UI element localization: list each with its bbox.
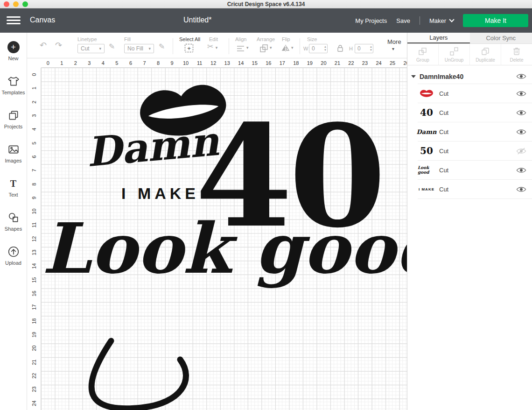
ruler-tick-label: 7: [138, 58, 152, 68]
ruler-tick-label: 20: [27, 341, 41, 355]
layer-row-40[interactable]: 40 Cut: [418, 103, 532, 122]
sidebar-item-templates[interactable]: Templates: [0, 75, 27, 109]
document-title[interactable]: Untitled*: [183, 16, 211, 24]
ruler-tick-label: 11: [193, 58, 207, 68]
ruler-tick-label: 15: [248, 58, 262, 68]
tab-color-sync[interactable]: Color Sync: [470, 33, 532, 43]
images-icon: [7, 143, 20, 156]
disclosure-triangle-icon[interactable]: [411, 75, 416, 78]
chevron-down-icon: ▾: [148, 46, 151, 51]
eye-off-icon[interactable]: [516, 148, 526, 155]
ruler-tick-label: 13: [27, 246, 41, 259]
artwork-text-look-good[interactable]: Look good: [42, 208, 407, 289]
tab-layers[interactable]: Layers: [407, 33, 470, 43]
ruler-tick-label: 17: [275, 58, 289, 68]
ruler-tick-label: 12: [27, 232, 41, 246]
sidebar-item-new[interactable]: + New: [0, 41, 27, 75]
flip-label: Flip: [282, 36, 290, 42]
arrange-icon[interactable]: [259, 44, 269, 53]
fill-label: Fill: [124, 36, 131, 42]
align-icon[interactable]: [236, 44, 245, 53]
sidebar-item-upload[interactable]: Upload: [0, 246, 27, 280]
canvas-region: 0123456789101112131415161718192021222324…: [27, 58, 407, 410]
artwork-text-i-make[interactable]: I MAKE: [121, 184, 199, 203]
select-all-icon[interactable]: +: [185, 44, 193, 52]
linetype-value: Cut: [81, 45, 90, 52]
machine-selector[interactable]: Maker: [429, 17, 454, 24]
app-header: Canvas Untitled* My Projects Save Maker …: [0, 8, 532, 33]
layer-row-lips[interactable]: Cut: [418, 84, 532, 103]
my-projects-link[interactable]: My Projects: [355, 17, 387, 24]
design-canvas[interactable]: Damn I MAKE 40 Look good: [41, 68, 407, 410]
eye-icon[interactable]: [516, 90, 526, 97]
chevron-down-icon: ▾: [270, 46, 272, 50]
ruler-tick-label: 17: [27, 300, 41, 314]
save-link[interactable]: Save: [396, 17, 410, 24]
delete-button[interactable]: Delete: [501, 44, 532, 65]
text-icon: T: [10, 177, 16, 190]
layer-thumbnail: Damn: [418, 128, 435, 135]
cricut-design-space-window: Cricut Design Space v6.4.134 Canvas Unti…: [0, 0, 532, 410]
operation-label: Cut: [439, 90, 448, 97]
sidebar-item-shapes[interactable]: Shapes: [0, 212, 27, 246]
ruler-tick-label: 9: [165, 58, 179, 68]
ruler-tick-label: 26: [399, 58, 407, 68]
eye-icon[interactable]: [516, 167, 526, 174]
ruler-tick-label: 19: [27, 328, 41, 341]
hamburger-menu-icon[interactable]: [7, 16, 21, 25]
sidebar-item-images[interactable]: Images: [0, 143, 27, 177]
action-label: UnGroup: [445, 57, 464, 63]
height-stepper[interactable]: ▲▼: [369, 44, 373, 53]
layer-row-damn[interactable]: Damn Cut: [418, 122, 532, 141]
ruler-tick-label: 22: [344, 58, 358, 68]
header-actions: My Projects Save Maker Make It: [355, 8, 528, 33]
linetype-select[interactable]: Cut ▾: [77, 44, 105, 53]
linetype-pen-icon[interactable]: ✎: [109, 43, 115, 50]
ruler-tick-label: 16: [262, 58, 276, 68]
layer-row-look-good[interactable]: Look good Cut: [418, 161, 532, 180]
ungroup-button[interactable]: UnGroup: [439, 44, 470, 65]
layer-thumbnail: 50: [418, 145, 435, 156]
group-button[interactable]: Group: [407, 44, 439, 65]
lips-thumbnail: [418, 89, 435, 98]
horizontal-ruler: 0123456789101112131415161718192021222324…: [41, 58, 407, 68]
ruler-tick-label: 24: [372, 58, 386, 68]
sidebar-item-projects[interactable]: Projects: [0, 109, 27, 143]
shapes-icon: [7, 212, 20, 224]
eye-icon[interactable]: [516, 109, 526, 116]
sidebar-item-text[interactable]: T Text: [0, 177, 27, 212]
chevron-down-icon[interactable]: ▾: [392, 47, 394, 51]
lock-icon[interactable]: [337, 44, 343, 52]
sidebar-item-label: Templates: [1, 90, 25, 95]
ruler-tick-label: 11: [27, 219, 41, 232]
layer-group-row[interactable]: DamnImake40: [418, 69, 532, 84]
width-stepper[interactable]: ▲▼: [323, 44, 328, 53]
edit-scissors-icon[interactable]: ✂ ▾: [207, 43, 217, 50]
layer-row-i-make[interactable]: I MAKE Cut: [418, 180, 532, 199]
sidebar-item-label: Images: [5, 158, 21, 163]
make-it-button[interactable]: Make It: [463, 14, 528, 27]
ruler-tick-label: 23: [358, 58, 372, 68]
duplicate-icon: [481, 47, 490, 56]
ruler-tick-label: 14: [234, 58, 248, 68]
eye-icon[interactable]: [516, 73, 526, 80]
ruler-tick-label: 21: [330, 58, 344, 68]
layer-row-50[interactable]: 50 Cut: [418, 141, 532, 161]
duplicate-button[interactable]: Duplicate: [470, 44, 501, 65]
eye-icon[interactable]: [516, 186, 526, 193]
arrange-label: Arrange: [257, 36, 275, 42]
undo-icon[interactable]: ↶: [40, 41, 47, 49]
more-label[interactable]: More: [387, 38, 401, 45]
eye-icon[interactable]: [516, 128, 526, 135]
fill-select[interactable]: No Fill ▾: [124, 44, 154, 53]
redo-icon[interactable]: ↷: [55, 41, 62, 49]
size-label: Size: [307, 36, 317, 42]
window-title: Cricut Design Space v6.4.134: [0, 1, 532, 7]
layer-list: DamnImake40 Cut 40 Cut Damn Cut: [418, 69, 532, 199]
left-sidebar: + New Templates Projects Images T Text: [0, 33, 27, 410]
canvas-label: Canvas: [30, 16, 55, 24]
panel-tabs: Layers Color Sync: [407, 33, 532, 44]
flip-icon[interactable]: [281, 44, 290, 53]
height-label: H: [349, 46, 353, 51]
fill-pen-icon[interactable]: ✎: [159, 43, 165, 50]
